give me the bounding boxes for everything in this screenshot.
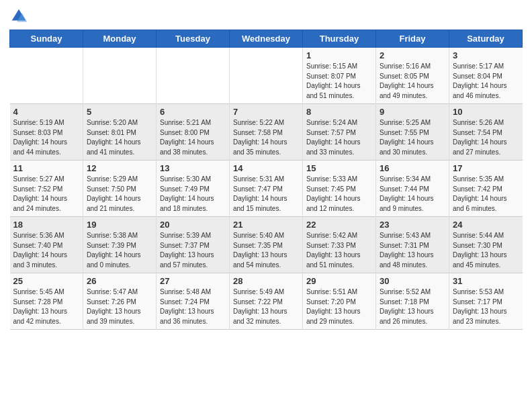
day-header-friday: Friday <box>376 30 449 48</box>
week-row-3: 18Sunrise: 5:36 AM Sunset: 7:40 PM Dayli… <box>10 217 523 273</box>
cell-content: Sunrise: 5:45 AM Sunset: 7:28 PM Dayligh… <box>13 287 80 326</box>
day-number: 16 <box>380 163 445 173</box>
day-number: 2 <box>380 50 445 60</box>
calendar-cell: 25Sunrise: 5:45 AM Sunset: 7:28 PM Dayli… <box>10 273 83 330</box>
cell-content: Sunrise: 5:36 AM Sunset: 7:40 PM Dayligh… <box>13 231 80 270</box>
day-number: 13 <box>160 163 226 173</box>
logo <box>9 7 31 26</box>
cell-content: Sunrise: 5:42 AM Sunset: 7:33 PM Dayligh… <box>306 231 372 270</box>
day-header-thursday: Thursday <box>303 30 376 48</box>
cell-content: Sunrise: 5:26 AM Sunset: 7:54 PM Dayligh… <box>453 118 519 157</box>
cell-content: Sunrise: 5:38 AM Sunset: 7:39 PM Dayligh… <box>87 231 152 270</box>
day-number: 9 <box>380 107 445 117</box>
day-number: 19 <box>87 220 152 230</box>
day-header-monday: Monday <box>83 30 157 48</box>
calendar-table: SundayMondayTuesdayWednesdayThursdayFrid… <box>9 30 523 330</box>
cell-content: Sunrise: 5:48 AM Sunset: 7:24 PM Dayligh… <box>160 287 226 326</box>
cell-content: Sunrise: 5:33 AM Sunset: 7:45 PM Dayligh… <box>306 175 372 214</box>
week-row-4: 25Sunrise: 5:45 AM Sunset: 7:28 PM Dayli… <box>10 273 523 330</box>
calendar-cell: 17Sunrise: 5:35 AM Sunset: 7:42 PM Dayli… <box>449 161 523 217</box>
calendar-cell: 21Sunrise: 5:40 AM Sunset: 7:35 PM Dayli… <box>230 217 303 273</box>
cell-content: Sunrise: 5:49 AM Sunset: 7:22 PM Dayligh… <box>233 287 299 326</box>
calendar-cell: 18Sunrise: 5:36 AM Sunset: 7:40 PM Dayli… <box>10 217 83 273</box>
day-number: 1 <box>306 50 372 60</box>
calendar-cell: 9Sunrise: 5:25 AM Sunset: 7:55 PM Daylig… <box>376 104 449 161</box>
calendar-cell: 16Sunrise: 5:34 AM Sunset: 7:44 PM Dayli… <box>376 161 449 217</box>
day-header-saturday: Saturday <box>449 30 523 48</box>
logo-icon <box>9 7 28 26</box>
day-header-sunday: Sunday <box>10 30 83 48</box>
day-number: 27 <box>160 276 226 286</box>
calendar-cell: 2Sunrise: 5:16 AM Sunset: 8:05 PM Daylig… <box>376 48 449 104</box>
cell-content: Sunrise: 5:31 AM Sunset: 7:47 PM Dayligh… <box>233 175 299 214</box>
day-number: 14 <box>233 163 299 173</box>
day-number: 10 <box>453 107 519 117</box>
calendar-cell: 20Sunrise: 5:39 AM Sunset: 7:37 PM Dayli… <box>157 217 230 273</box>
page-container: SundayMondayTuesdayWednesdayThursdayFrid… <box>0 0 532 335</box>
calendar-cell: 26Sunrise: 5:47 AM Sunset: 7:26 PM Dayli… <box>83 273 157 330</box>
calendar-cell <box>83 48 157 104</box>
cell-content: Sunrise: 5:35 AM Sunset: 7:42 PM Dayligh… <box>453 175 519 214</box>
cell-content: Sunrise: 5:40 AM Sunset: 7:35 PM Dayligh… <box>233 231 299 270</box>
day-number: 30 <box>380 276 445 286</box>
calendar-cell: 8Sunrise: 5:24 AM Sunset: 7:57 PM Daylig… <box>303 104 376 161</box>
day-number: 24 <box>453 220 519 230</box>
cell-content: Sunrise: 5:17 AM Sunset: 8:04 PM Dayligh… <box>453 62 519 101</box>
cell-content: Sunrise: 5:30 AM Sunset: 7:49 PM Dayligh… <box>160 175 226 214</box>
calendar-cell: 15Sunrise: 5:33 AM Sunset: 7:45 PM Dayli… <box>303 161 376 217</box>
day-number: 11 <box>13 163 80 173</box>
calendar-cell: 11Sunrise: 5:27 AM Sunset: 7:52 PM Dayli… <box>10 161 83 217</box>
calendar-cell: 22Sunrise: 5:42 AM Sunset: 7:33 PM Dayli… <box>303 217 376 273</box>
cell-content: Sunrise: 5:25 AM Sunset: 7:55 PM Dayligh… <box>380 118 445 157</box>
cell-content: Sunrise: 5:43 AM Sunset: 7:31 PM Dayligh… <box>380 231 445 270</box>
cell-content: Sunrise: 5:53 AM Sunset: 7:17 PM Dayligh… <box>453 287 519 326</box>
cell-content: Sunrise: 5:21 AM Sunset: 8:00 PM Dayligh… <box>160 118 226 157</box>
header <box>9 7 523 26</box>
cell-content: Sunrise: 5:15 AM Sunset: 8:07 PM Dayligh… <box>306 62 372 101</box>
calendar-cell: 19Sunrise: 5:38 AM Sunset: 7:39 PM Dayli… <box>83 217 157 273</box>
calendar-cell <box>230 48 303 104</box>
calendar-cell: 31Sunrise: 5:53 AM Sunset: 7:17 PM Dayli… <box>449 273 523 330</box>
day-number: 6 <box>160 107 226 117</box>
calendar-cell: 5Sunrise: 5:20 AM Sunset: 8:01 PM Daylig… <box>83 104 157 161</box>
calendar-cell: 28Sunrise: 5:49 AM Sunset: 7:22 PM Dayli… <box>230 273 303 330</box>
cell-content: Sunrise: 5:27 AM Sunset: 7:52 PM Dayligh… <box>13 175 80 214</box>
day-number: 28 <box>233 276 299 286</box>
day-number: 20 <box>160 220 226 230</box>
calendar-cell: 4Sunrise: 5:19 AM Sunset: 8:03 PM Daylig… <box>10 104 83 161</box>
cell-content: Sunrise: 5:51 AM Sunset: 7:20 PM Dayligh… <box>306 287 372 326</box>
cell-content: Sunrise: 5:29 AM Sunset: 7:50 PM Dayligh… <box>87 175 152 214</box>
calendar-cell <box>157 48 230 104</box>
calendar-cell: 30Sunrise: 5:52 AM Sunset: 7:18 PM Dayli… <box>376 273 449 330</box>
day-number: 23 <box>380 220 445 230</box>
calendar-cell: 14Sunrise: 5:31 AM Sunset: 7:47 PM Dayli… <box>230 161 303 217</box>
week-row-2: 11Sunrise: 5:27 AM Sunset: 7:52 PM Dayli… <box>10 161 523 217</box>
day-number: 22 <box>306 220 372 230</box>
calendar-cell: 7Sunrise: 5:22 AM Sunset: 7:58 PM Daylig… <box>230 104 303 161</box>
cell-content: Sunrise: 5:34 AM Sunset: 7:44 PM Dayligh… <box>380 175 445 214</box>
header-row: SundayMondayTuesdayWednesdayThursdayFrid… <box>10 30 523 48</box>
calendar-cell: 23Sunrise: 5:43 AM Sunset: 7:31 PM Dayli… <box>376 217 449 273</box>
calendar-cell: 29Sunrise: 5:51 AM Sunset: 7:20 PM Dayli… <box>303 273 376 330</box>
week-row-0: 1Sunrise: 5:15 AM Sunset: 8:07 PM Daylig… <box>10 48 523 104</box>
calendar-cell <box>10 48 83 104</box>
day-number: 4 <box>13 107 80 117</box>
day-number: 25 <box>13 276 80 286</box>
day-number: 26 <box>87 276 152 286</box>
day-number: 5 <box>87 107 152 117</box>
cell-content: Sunrise: 5:39 AM Sunset: 7:37 PM Dayligh… <box>160 231 226 270</box>
cell-content: Sunrise: 5:44 AM Sunset: 7:30 PM Dayligh… <box>453 231 519 270</box>
cell-content: Sunrise: 5:22 AM Sunset: 7:58 PM Dayligh… <box>233 118 299 157</box>
day-number: 21 <box>233 220 299 230</box>
day-number: 18 <box>13 220 80 230</box>
day-number: 31 <box>453 276 519 286</box>
calendar-cell: 12Sunrise: 5:29 AM Sunset: 7:50 PM Dayli… <box>83 161 157 217</box>
cell-content: Sunrise: 5:20 AM Sunset: 8:01 PM Dayligh… <box>87 118 152 157</box>
calendar-cell: 10Sunrise: 5:26 AM Sunset: 7:54 PM Dayli… <box>449 104 523 161</box>
calendar-cell: 13Sunrise: 5:30 AM Sunset: 7:49 PM Dayli… <box>157 161 230 217</box>
week-row-1: 4Sunrise: 5:19 AM Sunset: 8:03 PM Daylig… <box>10 104 523 161</box>
calendar-cell: 27Sunrise: 5:48 AM Sunset: 7:24 PM Dayli… <box>157 273 230 330</box>
calendar-cell: 24Sunrise: 5:44 AM Sunset: 7:30 PM Dayli… <box>449 217 523 273</box>
cell-content: Sunrise: 5:19 AM Sunset: 8:03 PM Dayligh… <box>13 118 80 157</box>
calendar-cell: 6Sunrise: 5:21 AM Sunset: 8:00 PM Daylig… <box>157 104 230 161</box>
